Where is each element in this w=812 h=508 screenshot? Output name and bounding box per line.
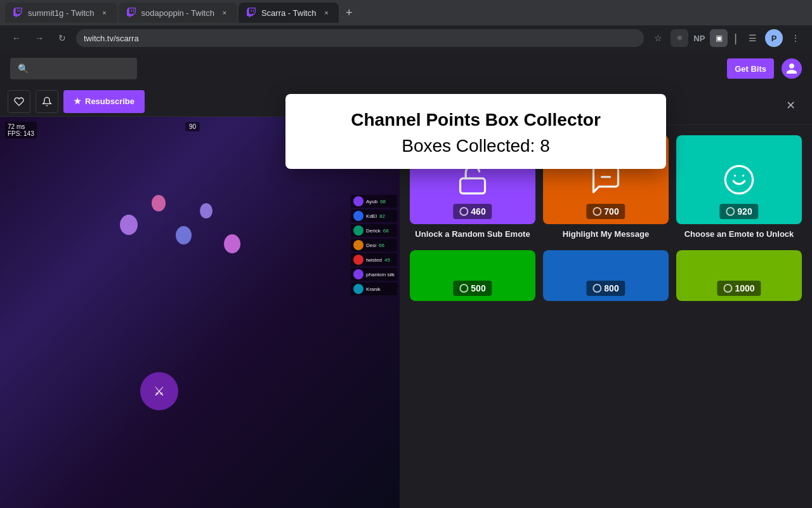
bookmark-button[interactable]: ☆	[649, 29, 667, 47]
points-icon-3	[726, 207, 735, 216]
reward-card-image-3: 920	[676, 135, 802, 224]
resub-label: Resubscribe	[85, 97, 134, 106]
resub-button[interactable]: ★ Resubscribe	[63, 90, 145, 113]
queue-button[interactable]: ☰	[743, 29, 761, 47]
reward-card-image-6: 1000	[676, 250, 802, 301]
follow-button[interactable]	[8, 90, 30, 113]
video-player: 72 msFPS: 143 ⚔ Ayub68	[0, 117, 400, 508]
reward-card-choose-emote[interactable]: 920 Choose an Emote to Unlock	[676, 135, 802, 243]
reward-cost-badge-5: 800	[586, 281, 625, 296]
get-bits-button[interactable]: Get Bits	[727, 58, 774, 79]
cost-value-2: 700	[604, 206, 619, 217]
twitch-header: 🔍 Get Bits	[0, 51, 812, 86]
box-collector-ext-button[interactable]: ▣	[710, 29, 728, 47]
refresh-button[interactable]: ↻	[53, 29, 71, 47]
profile-button[interactable]: P	[765, 29, 783, 47]
rewards-close-button[interactable]: ✕	[782, 97, 799, 114]
extension-popup: Channel Points Box Collector Boxes Colle…	[285, 94, 666, 169]
tab-3-label: Scarra - Twitch	[261, 8, 316, 18]
points-icon-6	[723, 284, 732, 293]
points-icon-1	[459, 207, 468, 216]
tab-1-close[interactable]: ×	[100, 8, 110, 18]
reward-cost-badge-4: 500	[453, 281, 492, 296]
fps-counter: 72 msFPS: 143	[5, 122, 37, 138]
new-tab-button[interactable]: +	[340, 4, 358, 22]
cost-value-6: 1000	[735, 283, 754, 293]
extension-popup-subtitle: Boxes Collected: 8	[298, 136, 653, 156]
points-icon-4	[459, 284, 468, 293]
cost-value-3: 920	[737, 206, 752, 217]
search-box[interactable]: 🔍	[10, 58, 137, 79]
menu-button[interactable]: ⋮	[787, 29, 804, 47]
back-button[interactable]: ←	[8, 29, 25, 47]
tab-2-close[interactable]: ×	[219, 8, 230, 18]
search-icon: 🔍	[18, 64, 29, 74]
tab-1-label: summit1g - Twitch	[28, 8, 95, 18]
star-icon: ★	[74, 97, 81, 106]
browser-chrome: summit1g - Twitch × sodapoppin - Twitch …	[0, 0, 812, 51]
player-list: Ayub68 KdEl82 Derick68 Desi66	[351, 195, 397, 295]
tab-3-close[interactable]: ×	[321, 8, 331, 18]
tab-2-label: sodapoppin - Twitch	[141, 8, 214, 18]
reward-card-6[interactable]: 1000	[676, 250, 802, 301]
reward-cost-badge-2: 700	[586, 204, 625, 219]
user-avatar[interactable]	[782, 58, 802, 79]
emote-icon	[723, 163, 756, 196]
reward-cost-badge-1: 460	[453, 204, 492, 219]
reward-card-image-4: 500	[410, 250, 535, 301]
reward-card-image-5: 800	[543, 250, 669, 301]
tab-bar: summit1g - Twitch × sodapoppin - Twitch …	[0, 0, 812, 25]
reward-label-1: Unlock a Random Sub Emote	[412, 224, 532, 243]
hp-indicator: 90	[185, 122, 200, 131]
toolbar-separator: |	[731, 32, 740, 45]
close-icon: ✕	[786, 98, 796, 112]
cost-value-1: 460	[471, 206, 485, 217]
toolbar-right-buttons: ☆ ⚛ NP ▣ | ☰ P ⋮	[649, 29, 804, 47]
notifications-button[interactable]	[36, 90, 58, 113]
np-ext-label[interactable]: NP	[692, 34, 706, 43]
browser-toolbar: ← → ↻ twitch.tv/scarra ☆ ⚛ NP ▣ | ☰ P ⋮	[0, 25, 812, 51]
reward-cost-badge-3: 920	[719, 204, 758, 219]
address-bar[interactable]: twitch.tv/scarra	[76, 29, 644, 47]
svg-rect-1	[461, 178, 485, 194]
player-icon: ⚔	[140, 372, 178, 410]
react-ext-button[interactable]: ⚛	[671, 29, 688, 47]
cost-value-5: 800	[604, 283, 619, 293]
extension-popup-title: Channel Points Box Collector	[298, 109, 653, 131]
points-icon-2	[593, 207, 601, 216]
points-icon-5	[593, 284, 601, 293]
tab-sodapoppin[interactable]: sodapoppin - Twitch ×	[119, 3, 237, 23]
reward-cost-badge-6: 1000	[717, 281, 761, 296]
cost-value-4: 500	[471, 283, 485, 293]
game-screenshot: 72 msFPS: 143 ⚔ Ayub68	[0, 117, 400, 508]
reward-label-3: Choose an Emote to Unlock	[682, 224, 797, 243]
reward-label-2: Highlight My Message	[560, 224, 652, 243]
tab-summit1g[interactable]: summit1g - Twitch ×	[5, 3, 117, 23]
url-text: twitch.tv/scarra	[84, 34, 139, 43]
forward-button[interactable]: →	[30, 29, 48, 47]
reward-card-5[interactable]: 800	[543, 250, 669, 301]
tab-scarra[interactable]: Scarra - Twitch ×	[239, 3, 339, 23]
reward-card-4[interactable]: 500	[410, 250, 535, 301]
svg-point-3	[725, 166, 752, 193]
